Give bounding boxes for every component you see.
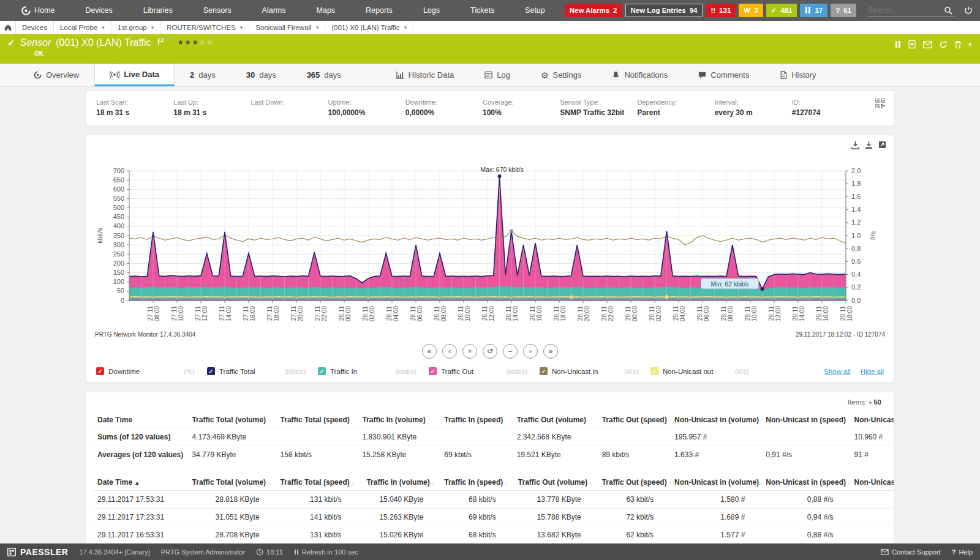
nav-item-alarms[interactable]: Alarms <box>247 0 301 21</box>
star-empty-icon[interactable]: ☆ <box>199 38 206 47</box>
breadcrumb-item[interactable]: Devices <box>16 21 54 34</box>
pause-sensor-icon[interactable] <box>895 41 901 48</box>
logged-in-user[interactable]: PRTG System Administrator <box>161 548 245 556</box>
show-all-link[interactable]: Show all <box>824 368 850 375</box>
tab-2-days[interactable]: 2days <box>175 64 231 86</box>
chevron-down-icon[interactable]: ▾ <box>404 24 407 31</box>
warning-sensors-badge[interactable]: W 3 <box>739 4 763 17</box>
new-alarms-badge[interactable]: New Alarms 2 <box>565 4 622 17</box>
chart-zoom-button[interactable]: « <box>422 344 437 359</box>
nav-item-devices[interactable]: Devices <box>70 0 127 21</box>
tab-30-days[interactable]: 30days <box>231 64 292 86</box>
star-empty-icon[interactable]: ☆ <box>206 38 214 47</box>
tab-log[interactable]: Log <box>469 64 526 86</box>
refresh-icon[interactable] <box>939 40 948 49</box>
breadcrumb-home[interactable] <box>0 21 16 34</box>
legend-checkbox[interactable] <box>650 367 658 375</box>
star-filled-icon[interactable]: ★ <box>178 38 185 47</box>
paused-sensors-badge[interactable]: 17 <box>800 4 827 17</box>
pause-refresh-icon[interactable] <box>294 548 299 556</box>
tab-history[interactable]: History <box>764 64 831 86</box>
nav-item-tickets[interactable]: Tickets <box>455 0 510 21</box>
new-log-entries-badge[interactable]: New Log Entries 94 <box>625 4 703 17</box>
breadcrumb-item[interactable]: 1st group ▾ <box>111 21 160 34</box>
ok-sensors-badge[interactable]: ✓ 481 <box>766 4 797 17</box>
error-sensors-badge[interactable]: !! 131 <box>706 4 736 17</box>
chevron-down-icon[interactable]: ▾ <box>240 24 243 31</box>
breadcrumb-item[interactable]: Local Probe ▾ <box>54 21 111 34</box>
search-icon[interactable] <box>941 6 955 15</box>
tab-comments[interactable]: Comments <box>683 64 764 86</box>
chart-zoom-button[interactable]: + <box>462 344 477 359</box>
legend-checkbox[interactable] <box>429 367 437 375</box>
legend-item[interactable]: Non-Unicast out (#/s) <box>650 367 761 375</box>
tab-overview[interactable]: Overview <box>18 64 94 86</box>
legend-checkbox[interactable] <box>207 367 215 375</box>
column-header[interactable]: Non-Unicast in (volume)↕ <box>671 474 762 491</box>
column-header[interactable]: Traffic In (volume)↕ <box>358 474 440 491</box>
legend-item[interactable]: Traffic In (kbit/s) <box>318 367 429 375</box>
nav-item-reports[interactable]: Reports <box>350 0 408 21</box>
chart-zoom-button[interactable]: » <box>543 344 558 359</box>
qr-code-icon[interactable] <box>869 99 885 117</box>
refresh-countdown[interactable]: Refresh in 100 sec <box>294 548 358 556</box>
hide-all-link[interactable]: Hide all <box>861 368 884 375</box>
chart-zoom-button[interactable]: − <box>503 344 518 359</box>
legend-checkbox[interactable] <box>318 367 326 375</box>
contact-support-link[interactable]: Contact Support <box>881 548 941 556</box>
priority-flag-icon[interactable] <box>157 35 164 47</box>
unknown-sensors-badge[interactable]: ? 61 <box>831 4 856 17</box>
column-header[interactable]: Traffic In (speed)↕ <box>440 474 513 491</box>
add-sensor-icon[interactable] <box>908 40 916 49</box>
chevron-down-icon[interactable]: ▾ <box>102 24 105 31</box>
search-input[interactable] <box>868 6 941 15</box>
logout-icon[interactable] <box>962 6 975 15</box>
items-per-page-select[interactable]: Items: ▾ 50 <box>94 396 886 412</box>
help-link[interactable]: ? Help <box>952 548 973 556</box>
chevron-down-icon[interactable]: ▾ <box>151 24 154 31</box>
tab-historic-data[interactable]: Historic Data <box>381 64 469 86</box>
breadcrumb-item[interactable]: (001) X0 (LAN) Traffic ▾ <box>325 21 413 34</box>
nav-item-libraries[interactable]: Libraries <box>128 0 188 21</box>
column-header[interactable]: Non-Unicast out (volume)↕ <box>851 474 895 491</box>
more-actions-chevron-icon[interactable]: ▾ <box>968 41 971 48</box>
chevron-down-icon[interactable]: ▾ <box>316 24 319 31</box>
column-header[interactable]: Traffic Out (volume)↕ <box>513 474 598 491</box>
notification-trigger-icon[interactable] <box>923 41 932 48</box>
legend-item[interactable]: Traffic Total (kbit/s) <box>207 367 318 375</box>
main-content: Last Scan: 18 m 31 s Last Up: 18 m 31 s … <box>0 87 980 552</box>
legend-item[interactable]: Downtime (%) <box>96 367 207 375</box>
table-cell: 63 kbit/s <box>598 491 671 509</box>
tab-live-data[interactable]: Live Data <box>94 64 175 86</box>
star-filled-icon[interactable]: ★ <box>192 38 199 47</box>
column-header[interactable]: Traffic Out (speed)↕ <box>598 474 671 491</box>
tab-365-days[interactable]: 365days <box>292 64 356 86</box>
chart-zoom-button[interactable]: ↺ <box>483 344 497 359</box>
legend-checkbox[interactable] <box>540 367 548 375</box>
nav-item-setup[interactable]: Setup <box>510 0 560 21</box>
breadcrumb-item[interactable]: Sonicwall Firewall ▾ <box>249 21 325 34</box>
nav-item-maps[interactable]: Maps <box>301 0 351 21</box>
chart-zoom-button[interactable]: › <box>523 344 538 359</box>
tab-settings[interactable]: ⚙ Settings <box>526 64 597 86</box>
nav-item-logs[interactable]: Logs <box>408 0 455 21</box>
column-header[interactable]: Date Time▲ <box>94 474 188 491</box>
legend-item[interactable]: Non-Unicast in (#/s) <box>540 367 650 375</box>
download-data-icon[interactable] <box>865 139 873 150</box>
download-image-icon[interactable] <box>851 139 859 150</box>
paessler-brand[interactable]: PAESSLER <box>7 547 68 557</box>
tab-notifications[interactable]: Notifications <box>597 64 683 86</box>
legend-item[interactable]: Traffic Out (kbit/s) <box>429 367 540 375</box>
expand-chart-icon[interactable] <box>878 139 886 150</box>
column-header[interactable]: Traffic Total (volume)↕ <box>188 474 276 491</box>
delete-icon[interactable] <box>954 40 962 49</box>
breadcrumb-item[interactable]: ROUTER/SWITCHES ▾ <box>160 21 249 34</box>
column-header[interactable]: Traffic Total (speed)↕ <box>277 474 359 491</box>
column-header[interactable]: Non-Unicast in (speed)↕ <box>762 474 850 491</box>
nav-item-home[interactable]: Home <box>6 0 70 21</box>
star-filled-icon[interactable]: ★ <box>184 38 192 47</box>
legend-checkbox[interactable] <box>96 367 104 375</box>
nav-item-sensors[interactable]: Sensors <box>188 0 247 21</box>
priority-stars[interactable]: ★★★☆☆ <box>178 36 214 47</box>
chart-zoom-button[interactable]: ‹ <box>442 344 457 359</box>
